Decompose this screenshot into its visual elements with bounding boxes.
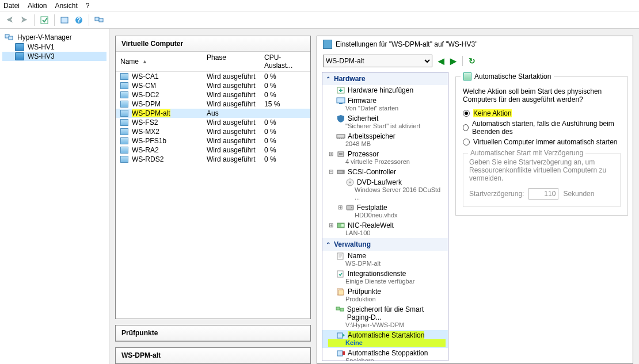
- tree-item[interactable]: ⊟SCSI-Controller: [322, 167, 448, 177]
- tree-item[interactable]: PrüfpunkteProduktion: [322, 286, 448, 304]
- toolbar-help-icon[interactable]: ?: [73, 14, 85, 26]
- nav-next-button[interactable]: ▶: [450, 56, 457, 66]
- expander-icon[interactable]: ⊟: [328, 168, 334, 176]
- menu-file[interactable]: Datei: [3, 2, 20, 10]
- expander-icon[interactable]: ⊞: [337, 204, 343, 212]
- vm-row[interactable]: WS-DPMWird ausgeführt15 %: [116, 99, 310, 109]
- svg-point-17: [349, 182, 351, 183]
- toolbar-refresh-icon[interactable]: [58, 14, 71, 26]
- vm-icon: [120, 156, 128, 163]
- vm-rows: WS-CA1Wird ausgeführt0 %WS-CMWird ausgef…: [116, 72, 310, 164]
- menu-view[interactable]: Ansicht: [55, 2, 77, 10]
- start-option[interactable]: Virtuellen Computer immer automatisch st…: [463, 138, 621, 146]
- tree-item-icon: [336, 168, 345, 176]
- start-question: Welche Aktion soll beim Start des physis…: [463, 87, 621, 104]
- vm-column-headers: Name▲ Phase CPU-Auslast...: [116, 52, 310, 72]
- tree-item[interactable]: Automatische StartaktionKeine: [322, 330, 448, 348]
- vm-row[interactable]: WS-PFS1bWird ausgeführt0 %: [116, 136, 310, 145]
- tree-item[interactable]: Speicherort für die Smart Paging-D...V:\…: [322, 304, 448, 330]
- tree-item-sub: Einige Dienste verfügbar: [328, 278, 446, 285]
- tree-item[interactable]: ⊞FestplatteHDD0neu.vhdx: [322, 202, 448, 220]
- start-option[interactable]: Keine Aktion: [463, 109, 621, 117]
- tree-item-icon: [336, 252, 345, 260]
- nav-prev-button[interactable]: ◀: [438, 56, 444, 66]
- svg-rect-10: [339, 103, 343, 104]
- vm-row[interactable]: WS-MX2Wird ausgeführt0 %: [116, 127, 310, 136]
- tree-item-icon: [336, 97, 345, 105]
- tree-item[interactable]: Hardware hinzufügen: [322, 85, 448, 95]
- tree-item-sub: 4 virtuelle Prozessoren: [328, 158, 446, 166]
- svg-rect-26: [336, 307, 340, 310]
- vm-phase: Wird ausgeführt: [207, 72, 264, 81]
- tree-group-label: Verwaltung: [334, 240, 371, 248]
- delay-input[interactable]: [528, 188, 558, 200]
- tree-root-label: Hyper-V-Manager: [17, 33, 72, 41]
- expander-icon[interactable]: ⊞: [328, 150, 334, 158]
- tree-item[interactable]: DVD-LaufwerkWindows Server 2016 DCuStd .…: [322, 177, 448, 202]
- tree-item[interactable]: Automatische StoppaktionSpeichern: [322, 348, 448, 361]
- nav-apply-button[interactable]: ↻: [469, 56, 476, 66]
- tree-item-label: Festplatte: [357, 204, 387, 212]
- vm-icon: [120, 91, 128, 98]
- svg-point-19: [351, 207, 352, 208]
- nav-fwd-button[interactable]: ⮞: [18, 14, 31, 26]
- vm-row[interactable]: WS-CA1Wird ausgeführt0 %: [116, 72, 310, 81]
- vm-row[interactable]: WS-DC2Wird ausgeführt0 %: [116, 90, 310, 99]
- vm-selector[interactable]: WS-DPM-alt: [323, 55, 432, 67]
- tree-item-sub: "Sicherer Start" ist aktiviert: [328, 122, 446, 130]
- svg-text:?: ?: [77, 16, 81, 24]
- vm-name: WS-DC2: [132, 91, 159, 99]
- expander-icon[interactable]: ⊞: [328, 221, 334, 229]
- tree-item[interactable]: ⊞Prozessor4 virtuelle Prozessoren: [322, 149, 448, 167]
- vm-phase: Wird ausgeführt: [207, 91, 264, 99]
- tree-item-sub: Produktion: [328, 296, 446, 303]
- tree-item-label: Hardware hinzufügen: [348, 86, 413, 94]
- svg-rect-4: [95, 17, 99, 21]
- vm-phase: Wird ausgeführt: [207, 137, 264, 145]
- tree-root[interactable]: Hyper-V-Manager: [2, 32, 106, 43]
- vm-row[interactable]: WS-CMWird ausgeführt0 %: [116, 81, 310, 90]
- col-phase[interactable]: Phase: [207, 53, 264, 70]
- tree-item[interactable]: Arbeitsspeicher2048 MB: [322, 131, 448, 149]
- vm-cpu: 15 %: [264, 100, 306, 108]
- settings-tree[interactable]: ⌃ Hardware Hardware hinzufügenFirmwareVo…: [322, 72, 448, 361]
- vm-row[interactable]: WS-RDS2Wird ausgeführt0 %: [116, 155, 310, 164]
- tree-group-management[interactable]: ⌃ Verwaltung: [322, 238, 448, 251]
- host-label: WS-HV3: [28, 52, 55, 60]
- tree-item-sub: Windows Server 2016 DCuStd ...: [337, 186, 446, 201]
- vm-row[interactable]: WS-DPM-altAus: [116, 109, 310, 118]
- host-item-0[interactable]: WS-HV1: [2, 43, 106, 52]
- menu-help[interactable]: ?: [86, 2, 90, 10]
- col-cpu[interactable]: CPU-Auslast...: [264, 53, 306, 70]
- tree-item-sub: 2048 MB: [328, 140, 446, 148]
- tree-item-label: Arbeitsspeicher: [348, 132, 395, 140]
- tree-item[interactable]: IntegrationsdiensteEinige Dienste verfüg…: [322, 269, 448, 286]
- nav-back-button[interactable]: ⮜: [3, 14, 16, 26]
- tree-item-label: Automatische Startaktion: [348, 331, 424, 339]
- host-item-1[interactable]: WS-HV3: [2, 52, 106, 61]
- svg-rect-28: [337, 333, 343, 338]
- start-option[interactable]: Automatisch starten, falls die Ausführun…: [463, 120, 621, 136]
- vm-phase: Aus: [207, 109, 264, 117]
- tree-item[interactable]: NameWS-DPM-alt: [322, 251, 448, 269]
- tree-group-hardware[interactable]: ⌃ Hardware: [322, 72, 448, 85]
- vm-row[interactable]: WS-RA2Wird ausgeführt0 %: [116, 145, 310, 155]
- toolbar: ⮜ ⮞ ?: [0, 12, 639, 29]
- settings-page: Automatische Startaktion Welche Aktion s…: [448, 70, 633, 363]
- tree-item[interactable]: ⊞NIC-RealeWeltLAN-100: [322, 220, 448, 238]
- sort-asc-icon: ▲: [142, 59, 147, 64]
- tree-item[interactable]: FirmwareVon "Datei" starten: [322, 95, 448, 113]
- toolbar-action-icon[interactable]: [38, 14, 51, 26]
- toolbar-monitors-icon[interactable]: [93, 14, 105, 26]
- tree-item-sub: Speichern: [328, 357, 446, 361]
- menu-action[interactable]: Aktion: [28, 2, 47, 10]
- tree-item-icon: [336, 288, 345, 296]
- delay-hint: Geben Sie eine Startverzögerung an, um R…: [469, 158, 614, 182]
- vm-row[interactable]: WS-FS2Wird ausgeführt0 %: [116, 118, 310, 127]
- tree-item-sub: Von "Datei" starten: [328, 105, 446, 112]
- svg-rect-9: [337, 98, 345, 103]
- vm-name: WS-DPM: [132, 100, 161, 108]
- col-name[interactable]: Name▲: [120, 53, 207, 70]
- tree-item[interactable]: Sicherheit"Sicherer Start" ist aktiviert: [322, 113, 448, 131]
- vm-phase: Wird ausgeführt: [207, 82, 264, 90]
